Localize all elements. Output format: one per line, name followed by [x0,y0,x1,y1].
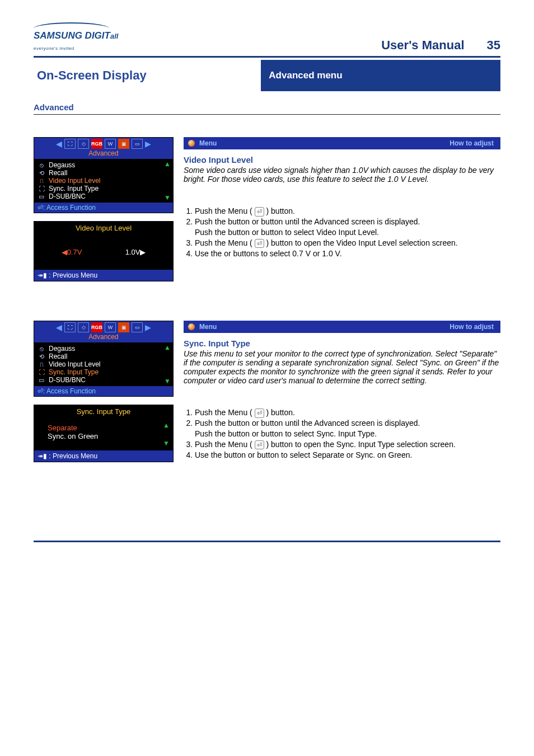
section-video-input-level: ◀ ⛶ ◇ RGB W ▣ ▭ ▶ Advanced ▲ ⦸Degauss ⟲R… [34,137,500,281]
dsub-bnc-icon: ▭ [38,377,45,384]
enter-icon: ⏎ [38,204,43,212]
option-separate: Separate [48,424,160,432]
page-35: SAMSUNG DIGITall everyone's invited User… [0,0,534,569]
osd-tab-label: Advanced [36,332,171,342]
step-3: Push the Menu ( ⏎ ) button to open the S… [195,439,500,450]
tab-icon-selected: ▣ [118,322,129,332]
degauss-icon: ⦸ [38,162,45,169]
scroll-up-icon: ▲ [164,160,171,168]
step-3: Push the Menu ( ⏎ ) button to open the V… [195,238,500,248]
enter-icon: ⏎ [255,207,264,217]
menu-item: Sync. Input Type [49,185,99,192]
tab-icon: ▭ [132,139,143,149]
osd-screenshots-1: ◀ ⛶ ◇ RGB W ▣ ▭ ▶ Advanced ▲ ⦸Degauss ⟲R… [34,137,174,281]
osd-tab-bar: ◀ ⛶ ◇ RGB W ▣ ▭ ▶ Advanced [34,321,173,342]
logo-text: SAMSUNG DIGITall [34,30,118,41]
option-0-7v: ◀0.7V [62,248,82,256]
sync-type-icon: ⛶ [38,369,45,375]
dot-icon [188,140,195,147]
video-input-icon: ⎍ [38,177,45,184]
tab-icon-selected: ▣ [118,139,129,149]
step-4: Use the or buttons to select 0.7 V or 1.… [195,248,500,259]
osd-previous-hint: ↠▮ : Previous Menu [34,270,173,281]
osd-access-hint: ⏎: Access Function [34,203,173,213]
enter-icon: ⏎ [38,387,43,395]
tab-icon: ▭ [132,322,143,332]
menu-item: D-SUB/BNC [49,376,86,384]
tab-icon: ◇ [78,139,89,149]
osd-advanced-menu-2: ◀ ⛶ ◇ RGB W ▣ ▭ ▶ Advanced ▲ ⦸Degauss ⟲R… [34,321,174,397]
footer-rule [34,541,500,542]
banner-right: Advanced menu [261,60,500,91]
feature-description: Use this menu to set your monitor to the… [184,349,500,385]
menu-item: Degauss [49,345,75,353]
step-2: Push the button or button until the Adva… [195,217,500,238]
menu-item: D-SUB/BNC [49,192,86,200]
degauss-icon: ⦸ [38,345,45,353]
intro-rule [34,114,500,115]
tab-icon: W [105,322,116,332]
enter-icon: ⏎ [255,408,264,418]
steps-list: Push the Menu ( ⏎ ) button. Push the but… [184,407,500,460]
menu-label: Menu [199,139,217,147]
scroll-up-icon: ▲ [164,344,171,351]
tab-next-icon: ▶ [145,323,151,332]
menu-howto-bar: Menu How to adjust [184,137,500,149]
menu-label: Menu [199,323,217,331]
osd-sub-title: Video Input Level [34,222,173,234]
dsub-bnc-icon: ▭ [38,193,45,200]
tab-icon: ⛶ [64,322,76,332]
feature-title: Sync. Input Type [184,339,500,348]
howto-label: How to adjust [449,323,494,331]
feature-description: Some video cards use video signals highe… [184,166,500,184]
tab-icon-rgb: RGB [91,139,102,149]
intro-heading: Advanced [34,102,500,112]
osd-advanced-menu: ◀ ⛶ ◇ RGB W ▣ ▭ ▶ Advanced ▲ ⦸Degauss ⟲R… [34,137,174,213]
menu-howto-bar: Menu How to adjust [184,321,500,333]
sync-type-icon: ⛶ [38,185,45,192]
menu-item-selected: Video Input Level [49,177,101,185]
osd-tab-bar: ◀ ⛶ ◇ RGB W ▣ ▭ ▶ Advanced [34,138,173,159]
banner-left: On-Screen Display [34,60,261,91]
video-input-icon: ⎍ [38,361,45,368]
logo-subtext: everyone's invited [34,46,74,51]
exit-icon: ↠▮ [38,452,47,460]
tab-icon-rgb: RGB [91,322,102,332]
menu-item: Recall [49,353,67,360]
osd-video-input-level-screen: Video Input Level ◀0.7V 1.0V▶ ↠▮ : Previ… [34,221,174,281]
page-title: User's Manual35 [381,38,500,53]
scroll-down-icon: ▼ [164,194,171,201]
tab-icon: ◇ [78,322,89,332]
steps-list: Push the Menu ( ⏎ ) button. Push the but… [184,206,500,259]
osd-menu-list: ▲ ⦸Degauss ⟲Recall ⎍Video Input Level ⛶S… [34,342,173,386]
osd-previous-hint: ↠▮ : Previous Menu [34,450,173,462]
osd-sub-options: ◀0.7V 1.0V▶ [34,234,173,270]
osd-sync-input-type-screen: Sync. Input Type ▲ Separate Sync. on Gre… [34,405,174,462]
scroll-up-icon: ▲ [163,421,170,429]
menu-item-selected: Sync. Input Type [49,368,99,376]
exit-icon: ↠▮ [38,271,47,279]
recall-icon: ⟲ [38,353,45,360]
tab-icon: ⛶ [64,139,76,149]
howto-label: How to adjust [449,139,494,147]
menu-item: Video Input Level [49,360,101,368]
option-sync-on-green: Sync. on Green [48,432,160,440]
samsung-logo: SAMSUNG DIGITall everyone's invited [34,22,118,53]
step-2: Push the button or button until the Adva… [195,418,500,439]
osd-sub-title: Sync. Input Type [34,405,173,418]
scroll-down-icon: ▼ [163,439,170,447]
dot-icon [188,323,195,330]
section-banner: On-Screen Display Advanced menu [34,60,500,91]
step-1: Push the Menu ( ⏎ ) button. [195,206,500,217]
feature-title: Video Input Level [184,155,500,165]
scroll-down-icon: ▼ [164,377,171,385]
tab-prev-icon: ◀ [56,323,62,332]
tab-next-icon: ▶ [145,139,151,148]
section-sync-input-type: ◀ ⛶ ◇ RGB W ▣ ▭ ▶ Advanced ▲ ⦸Degauss ⟲R… [34,321,500,462]
osd-access-hint: ⏎: Access Function [34,386,173,396]
page-number: 35 [487,38,500,53]
osd-menu-list: ▲ ⦸Degauss ⟲Recall ⎍Video Input Level ⛶S… [34,159,173,203]
instructions-1: Menu How to adjust Video Input Level Som… [184,137,500,281]
tab-icon: W [105,139,116,149]
step-1: Push the Menu ( ⏎ ) button. [195,407,500,418]
